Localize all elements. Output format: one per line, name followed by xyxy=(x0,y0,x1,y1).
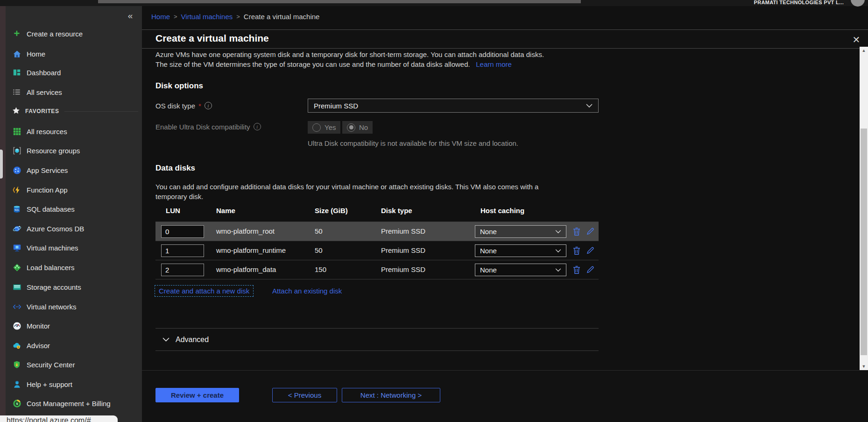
sidebar-item-label: Help + support xyxy=(27,380,72,388)
dashboard-icon xyxy=(12,68,21,77)
grid-icon xyxy=(12,127,21,136)
cube-icon xyxy=(12,146,21,155)
sidebar-item-all-services[interactable]: All services xyxy=(6,83,142,101)
chevron-right-icon: > xyxy=(170,13,181,20)
edit-disk-button[interactable] xyxy=(585,264,596,275)
radio-icon xyxy=(312,123,321,132)
breadcrumb-virtual-machines-link[interactable]: Virtual machines xyxy=(181,13,233,21)
sidebar-item-label: SQL databases xyxy=(27,205,75,213)
os-disk-type-value: Premium SSD xyxy=(314,102,358,110)
review-create-button[interactable]: Review + create xyxy=(155,388,239,402)
lun-input[interactable] xyxy=(161,244,204,257)
tenant-name[interactable]: PRAMATI TECHNOLOGIES PVT L... xyxy=(754,0,844,5)
sidebar-item-help-support[interactable]: Help + support xyxy=(6,375,142,393)
pencil-icon xyxy=(586,246,594,255)
lightning-icon xyxy=(12,185,21,194)
edit-disk-button[interactable] xyxy=(585,226,596,237)
network-icon xyxy=(12,302,21,311)
delete-disk-button[interactable] xyxy=(571,264,582,275)
host-caching-select[interactable]: None xyxy=(475,264,566,276)
ultra-disk-yes-radio: Yes xyxy=(308,121,340,134)
shield-icon xyxy=(12,360,21,369)
disk-name: wmo-platform_root xyxy=(216,227,275,235)
sidebar-item-label: All resources xyxy=(27,128,67,136)
pencil-icon xyxy=(586,227,594,236)
sidebar-item-azure-cosmos-db[interactable]: Azure Cosmos DB xyxy=(6,219,142,238)
sidebar-item-cost-management[interactable]: $ Cost Management + Billing xyxy=(6,394,142,413)
database-icon: SQL xyxy=(12,204,21,214)
sidebar-item-virtual-networks[interactable]: Virtual networks xyxy=(6,297,142,316)
sidebar-item-virtual-machines[interactable]: Virtual machines xyxy=(6,238,142,257)
lun-input[interactable] xyxy=(161,225,204,238)
create-and-attach-disk-link[interactable]: Create and attach a new disk xyxy=(155,285,254,297)
ultra-disk-label: Enable Ultra Disk compatibility i xyxy=(155,120,261,134)
delete-disk-button[interactable] xyxy=(571,245,582,256)
sidebar-item-label: Resource groups xyxy=(27,147,80,155)
sidebar-item-sql-databases[interactable]: SQL SQL databases xyxy=(6,200,142,218)
sidebar-scroll-pill[interactable] xyxy=(0,150,3,179)
wizard-footer: Review + create < Previous Next : Networ… xyxy=(142,370,860,422)
col-header-lun: LUN xyxy=(166,207,180,215)
breadcrumb-home-link[interactable]: Home xyxy=(151,13,170,21)
disk-size: 50 xyxy=(315,227,323,235)
data-disks-description: You can add and configure additional dat… xyxy=(155,182,604,201)
cost-icon: $ xyxy=(12,399,21,408)
advanced-section-toggle[interactable]: Advanced xyxy=(155,328,599,351)
disk-size: 50 xyxy=(315,246,323,254)
next-networking-button[interactable]: Next : Networking > xyxy=(342,388,440,402)
lun-input[interactable] xyxy=(161,264,204,276)
sidebar-item-label: Monitor xyxy=(27,322,50,330)
col-header-disk-type: Disk type xyxy=(381,207,412,215)
sidebar-item-function-app[interactable]: Function App xyxy=(6,180,142,199)
info-icon[interactable]: i xyxy=(254,123,261,130)
chevron-down-icon xyxy=(555,268,561,272)
sidebar-item-label: Create a resource xyxy=(27,30,83,38)
sidebar-item-all-resources[interactable]: All resources xyxy=(6,122,142,141)
learn-more-link[interactable]: Learn more xyxy=(476,60,512,68)
previous-button[interactable]: < Previous xyxy=(272,388,337,402)
host-caching-select[interactable]: None xyxy=(475,225,566,238)
sidebar-item-monitor[interactable]: Monitor xyxy=(6,316,142,335)
sidebar-item-label: App Services xyxy=(27,166,68,174)
sidebar-item-advisor[interactable]: Advisor xyxy=(6,336,142,355)
sidebar-item-label: Azure Cosmos DB xyxy=(27,225,84,233)
sidebar-item-security-center[interactable]: Security Center xyxy=(6,355,142,374)
page-title: Create a virtual machine xyxy=(155,33,269,44)
sidebar-item-resource-groups[interactable]: Resource groups xyxy=(6,141,142,160)
chevron-down-icon xyxy=(586,104,593,108)
browser-status-url: https://portal.azure.com/# xyxy=(0,415,118,422)
advanced-label: Advanced xyxy=(176,336,209,344)
monitor-icon xyxy=(12,243,21,252)
sidebar-item-storage-accounts[interactable]: Storage accounts xyxy=(6,278,142,296)
avatar[interactable] xyxy=(851,0,865,7)
info-icon[interactable]: i xyxy=(205,102,212,109)
disk-type: Premium SSD xyxy=(381,227,425,235)
sidebar-item-dashboard[interactable]: Dashboard xyxy=(6,63,142,82)
scrollbar-thumb[interactable] xyxy=(861,129,867,355)
favorites-header: FAVORITES xyxy=(6,102,142,121)
delete-disk-button[interactable] xyxy=(571,226,582,237)
sidebar-item-label: Storage accounts xyxy=(27,283,81,291)
sidebar-item-app-services[interactable]: App Services xyxy=(6,161,142,179)
attach-existing-disk-link[interactable]: Attach an existing disk xyxy=(272,287,342,295)
sidebar-item-load-balancers[interactable]: Load balancers xyxy=(6,258,142,277)
app-services-icon xyxy=(12,165,21,175)
intro-line-1: Azure VMs have one operating system disk… xyxy=(155,50,604,59)
scroll-up-icon[interactable]: ▲ xyxy=(860,47,868,54)
disk-name: wmo-platform_runtime xyxy=(216,246,286,254)
sidebar-item-label: Load balancers xyxy=(27,264,75,272)
plus-icon: + xyxy=(12,29,21,38)
sidebar-collapse-button[interactable]: « xyxy=(123,10,137,22)
vertical-scrollbar[interactable]: ▲ ▼ xyxy=(860,47,868,370)
os-disk-type-dropdown[interactable]: Premium SSD xyxy=(308,99,599,113)
close-icon[interactable]: ✕ xyxy=(850,33,863,46)
disk-options-heading: Disk options xyxy=(155,81,203,91)
host-caching-select[interactable]: None xyxy=(475,244,566,257)
col-header-size: Size (GiB) xyxy=(315,207,348,215)
table-row: wmo-platform_root 50 Premium SSD None xyxy=(155,222,599,241)
sidebar-item-home[interactable]: Home xyxy=(6,44,142,63)
scroll-down-icon[interactable]: ▼ xyxy=(860,363,868,370)
edit-disk-button[interactable] xyxy=(585,245,596,256)
sidebar-item-label: All services xyxy=(27,88,62,96)
sidebar-item-create-a-resource[interactable]: + Create a resource xyxy=(6,24,142,43)
